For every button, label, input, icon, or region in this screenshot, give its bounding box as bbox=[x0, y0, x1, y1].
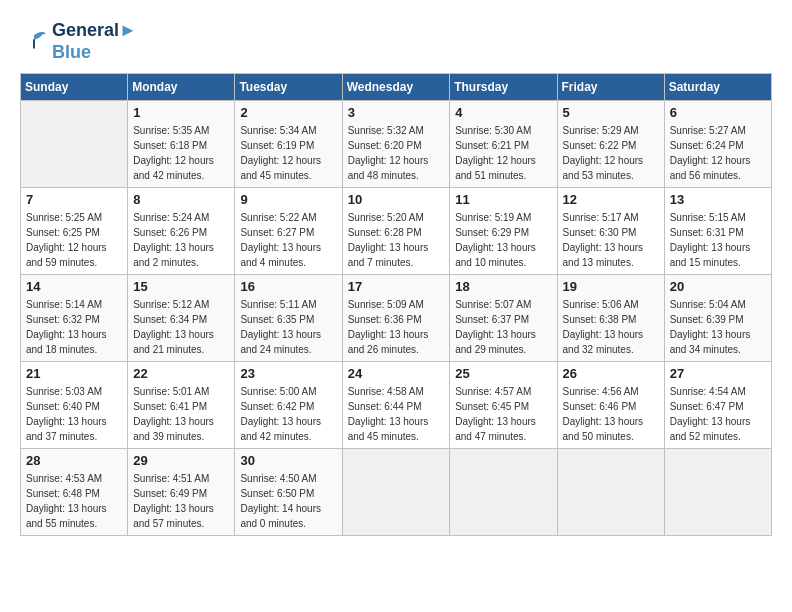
day-number: 22 bbox=[133, 366, 229, 381]
logo-icon bbox=[20, 28, 48, 56]
calendar-cell: 29 Sunrise: 4:51 AMSunset: 6:49 PMDaylig… bbox=[128, 449, 235, 536]
day-number: 8 bbox=[133, 192, 229, 207]
day-info: Sunrise: 5:20 AMSunset: 6:28 PMDaylight:… bbox=[348, 210, 445, 270]
day-info: Sunrise: 5:19 AMSunset: 6:29 PMDaylight:… bbox=[455, 210, 551, 270]
day-number: 17 bbox=[348, 279, 445, 294]
day-info: Sunrise: 5:01 AMSunset: 6:41 PMDaylight:… bbox=[133, 384, 229, 444]
calendar-cell bbox=[21, 101, 128, 188]
day-number: 14 bbox=[26, 279, 122, 294]
day-info: Sunrise: 5:12 AMSunset: 6:34 PMDaylight:… bbox=[133, 297, 229, 357]
day-info: Sunrise: 4:50 AMSunset: 6:50 PMDaylight:… bbox=[240, 471, 336, 531]
calendar-cell: 11 Sunrise: 5:19 AMSunset: 6:29 PMDaylig… bbox=[450, 188, 557, 275]
calendar-cell: 14 Sunrise: 5:14 AMSunset: 6:32 PMDaylig… bbox=[21, 275, 128, 362]
calendar-cell: 10 Sunrise: 5:20 AMSunset: 6:28 PMDaylig… bbox=[342, 188, 450, 275]
day-number: 28 bbox=[26, 453, 122, 468]
day-info: Sunrise: 5:35 AMSunset: 6:18 PMDaylight:… bbox=[133, 123, 229, 183]
calendar-cell: 8 Sunrise: 5:24 AMSunset: 6:26 PMDayligh… bbox=[128, 188, 235, 275]
day-info: Sunrise: 5:17 AMSunset: 6:30 PMDaylight:… bbox=[563, 210, 659, 270]
weekday-header: Monday bbox=[128, 74, 235, 101]
day-info: Sunrise: 5:15 AMSunset: 6:31 PMDaylight:… bbox=[670, 210, 766, 270]
day-number: 5 bbox=[563, 105, 659, 120]
calendar-cell: 23 Sunrise: 5:00 AMSunset: 6:42 PMDaylig… bbox=[235, 362, 342, 449]
calendar-cell: 6 Sunrise: 5:27 AMSunset: 6:24 PMDayligh… bbox=[664, 101, 771, 188]
calendar-week-row: 28 Sunrise: 4:53 AMSunset: 6:48 PMDaylig… bbox=[21, 449, 772, 536]
day-number: 13 bbox=[670, 192, 766, 207]
day-number: 15 bbox=[133, 279, 229, 294]
day-info: Sunrise: 5:09 AMSunset: 6:36 PMDaylight:… bbox=[348, 297, 445, 357]
calendar-week-row: 21 Sunrise: 5:03 AMSunset: 6:40 PMDaylig… bbox=[21, 362, 772, 449]
day-info: Sunrise: 5:06 AMSunset: 6:38 PMDaylight:… bbox=[563, 297, 659, 357]
day-number: 26 bbox=[563, 366, 659, 381]
day-info: Sunrise: 5:24 AMSunset: 6:26 PMDaylight:… bbox=[133, 210, 229, 270]
logo: General► Blue bbox=[20, 20, 137, 63]
calendar-cell bbox=[557, 449, 664, 536]
day-info: Sunrise: 5:30 AMSunset: 6:21 PMDaylight:… bbox=[455, 123, 551, 183]
day-number: 24 bbox=[348, 366, 445, 381]
page-header: General► Blue bbox=[20, 20, 772, 63]
day-number: 30 bbox=[240, 453, 336, 468]
day-info: Sunrise: 4:51 AMSunset: 6:49 PMDaylight:… bbox=[133, 471, 229, 531]
weekday-header: Sunday bbox=[21, 74, 128, 101]
day-info: Sunrise: 5:00 AMSunset: 6:42 PMDaylight:… bbox=[240, 384, 336, 444]
day-number: 6 bbox=[670, 105, 766, 120]
calendar-cell: 25 Sunrise: 4:57 AMSunset: 6:45 PMDaylig… bbox=[450, 362, 557, 449]
calendar-cell: 4 Sunrise: 5:30 AMSunset: 6:21 PMDayligh… bbox=[450, 101, 557, 188]
day-info: Sunrise: 4:58 AMSunset: 6:44 PMDaylight:… bbox=[348, 384, 445, 444]
day-info: Sunrise: 5:07 AMSunset: 6:37 PMDaylight:… bbox=[455, 297, 551, 357]
day-number: 27 bbox=[670, 366, 766, 381]
calendar-cell: 27 Sunrise: 4:54 AMSunset: 6:47 PMDaylig… bbox=[664, 362, 771, 449]
day-info: Sunrise: 5:27 AMSunset: 6:24 PMDaylight:… bbox=[670, 123, 766, 183]
day-info: Sunrise: 5:14 AMSunset: 6:32 PMDaylight:… bbox=[26, 297, 122, 357]
day-number: 9 bbox=[240, 192, 336, 207]
calendar-cell: 24 Sunrise: 4:58 AMSunset: 6:44 PMDaylig… bbox=[342, 362, 450, 449]
weekday-header: Thursday bbox=[450, 74, 557, 101]
calendar-cell: 16 Sunrise: 5:11 AMSunset: 6:35 PMDaylig… bbox=[235, 275, 342, 362]
calendar-cell: 26 Sunrise: 4:56 AMSunset: 6:46 PMDaylig… bbox=[557, 362, 664, 449]
calendar-cell: 7 Sunrise: 5:25 AMSunset: 6:25 PMDayligh… bbox=[21, 188, 128, 275]
calendar-cell: 30 Sunrise: 4:50 AMSunset: 6:50 PMDaylig… bbox=[235, 449, 342, 536]
calendar-cell: 22 Sunrise: 5:01 AMSunset: 6:41 PMDaylig… bbox=[128, 362, 235, 449]
day-info: Sunrise: 5:29 AMSunset: 6:22 PMDaylight:… bbox=[563, 123, 659, 183]
day-info: Sunrise: 4:56 AMSunset: 6:46 PMDaylight:… bbox=[563, 384, 659, 444]
day-info: Sunrise: 5:11 AMSunset: 6:35 PMDaylight:… bbox=[240, 297, 336, 357]
day-number: 21 bbox=[26, 366, 122, 381]
day-info: Sunrise: 5:03 AMSunset: 6:40 PMDaylight:… bbox=[26, 384, 122, 444]
day-info: Sunrise: 4:53 AMSunset: 6:48 PMDaylight:… bbox=[26, 471, 122, 531]
calendar-cell: 15 Sunrise: 5:12 AMSunset: 6:34 PMDaylig… bbox=[128, 275, 235, 362]
calendar-cell: 3 Sunrise: 5:32 AMSunset: 6:20 PMDayligh… bbox=[342, 101, 450, 188]
day-number: 19 bbox=[563, 279, 659, 294]
day-info: Sunrise: 5:25 AMSunset: 6:25 PMDaylight:… bbox=[26, 210, 122, 270]
calendar-cell: 19 Sunrise: 5:06 AMSunset: 6:38 PMDaylig… bbox=[557, 275, 664, 362]
day-number: 16 bbox=[240, 279, 336, 294]
calendar-table: SundayMondayTuesdayWednesdayThursdayFrid… bbox=[20, 73, 772, 536]
day-info: Sunrise: 4:57 AMSunset: 6:45 PMDaylight:… bbox=[455, 384, 551, 444]
calendar-cell: 18 Sunrise: 5:07 AMSunset: 6:37 PMDaylig… bbox=[450, 275, 557, 362]
day-info: Sunrise: 5:04 AMSunset: 6:39 PMDaylight:… bbox=[670, 297, 766, 357]
day-number: 1 bbox=[133, 105, 229, 120]
day-number: 7 bbox=[26, 192, 122, 207]
day-number: 23 bbox=[240, 366, 336, 381]
calendar-cell bbox=[342, 449, 450, 536]
calendar-cell bbox=[450, 449, 557, 536]
day-number: 4 bbox=[455, 105, 551, 120]
day-info: Sunrise: 4:54 AMSunset: 6:47 PMDaylight:… bbox=[670, 384, 766, 444]
calendar-week-row: 14 Sunrise: 5:14 AMSunset: 6:32 PMDaylig… bbox=[21, 275, 772, 362]
calendar-week-row: 7 Sunrise: 5:25 AMSunset: 6:25 PMDayligh… bbox=[21, 188, 772, 275]
weekday-header: Saturday bbox=[664, 74, 771, 101]
calendar-cell: 17 Sunrise: 5:09 AMSunset: 6:36 PMDaylig… bbox=[342, 275, 450, 362]
day-number: 29 bbox=[133, 453, 229, 468]
weekday-header: Tuesday bbox=[235, 74, 342, 101]
calendar-cell: 5 Sunrise: 5:29 AMSunset: 6:22 PMDayligh… bbox=[557, 101, 664, 188]
day-info: Sunrise: 5:32 AMSunset: 6:20 PMDaylight:… bbox=[348, 123, 445, 183]
weekday-header-row: SundayMondayTuesdayWednesdayThursdayFrid… bbox=[21, 74, 772, 101]
day-number: 10 bbox=[348, 192, 445, 207]
calendar-cell: 20 Sunrise: 5:04 AMSunset: 6:39 PMDaylig… bbox=[664, 275, 771, 362]
logo-text: General► Blue bbox=[52, 20, 137, 63]
calendar-cell: 2 Sunrise: 5:34 AMSunset: 6:19 PMDayligh… bbox=[235, 101, 342, 188]
calendar-cell: 1 Sunrise: 5:35 AMSunset: 6:18 PMDayligh… bbox=[128, 101, 235, 188]
day-info: Sunrise: 5:34 AMSunset: 6:19 PMDaylight:… bbox=[240, 123, 336, 183]
calendar-cell: 12 Sunrise: 5:17 AMSunset: 6:30 PMDaylig… bbox=[557, 188, 664, 275]
calendar-cell bbox=[664, 449, 771, 536]
day-number: 18 bbox=[455, 279, 551, 294]
day-number: 3 bbox=[348, 105, 445, 120]
